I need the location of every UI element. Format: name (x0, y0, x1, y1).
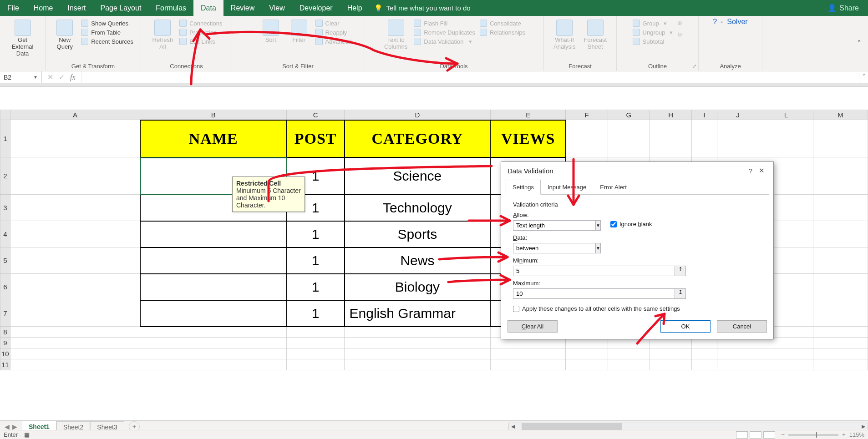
cell[interactable] (813, 157, 868, 195)
collapse-ribbon-icon[interactable]: ˄ (850, 39, 868, 49)
column-header[interactable]: D (345, 110, 491, 120)
cell[interactable] (813, 221, 868, 247)
cell[interactable] (345, 327, 491, 338)
cell[interactable] (717, 348, 759, 359)
tab-help[interactable]: Help (340, 0, 370, 16)
ungroup-button[interactable]: Ungroup▾ (633, 29, 673, 36)
horizontal-scrollbar[interactable]: ◀ ▶ (508, 423, 868, 431)
tab-insert[interactable]: Insert (60, 0, 93, 16)
cell[interactable] (345, 338, 491, 348)
recent-sources-button[interactable]: Recent Sources (81, 38, 133, 45)
cell[interactable]: VIEWS (490, 120, 566, 157)
remove-duplicates-button[interactable]: Remove Duplicates (414, 29, 475, 36)
cell[interactable] (140, 338, 287, 348)
select-all-corner[interactable] (0, 110, 10, 120)
macro-record-icon[interactable]: ▦ (24, 431, 30, 438)
sort-za-icon[interactable] (244, 35, 254, 45)
cell[interactable] (345, 359, 491, 370)
chevron-down-icon[interactable]: ▼ (596, 220, 601, 231)
cell[interactable] (140, 274, 287, 300)
cell[interactable] (813, 327, 868, 338)
cell[interactable] (10, 195, 140, 221)
tab-formulas[interactable]: Formulas (148, 0, 193, 16)
cell[interactable] (608, 359, 650, 370)
cell[interactable] (566, 348, 608, 359)
view-normal-icon[interactable] (736, 431, 748, 439)
sort-button[interactable]: Sort (259, 18, 283, 45)
cell[interactable]: 1 (287, 274, 345, 300)
zoom-slider[interactable] (788, 434, 838, 436)
ok-button[interactable]: OK (660, 320, 711, 333)
cell[interactable] (10, 221, 140, 247)
cell[interactable] (287, 348, 345, 359)
cell[interactable]: NAME (140, 120, 287, 157)
cell[interactable] (10, 120, 140, 157)
cell[interactable]: Science (345, 157, 491, 195)
forecast-sheet-button[interactable]: Forecast Sheet (582, 18, 609, 52)
cell[interactable] (566, 120, 608, 157)
cell[interactable] (140, 327, 287, 338)
cell[interactable] (813, 195, 868, 221)
tell-me[interactable]: 💡 Tell me what you want to do (374, 4, 471, 12)
tab-home[interactable]: Home (26, 0, 61, 16)
cell[interactable] (650, 120, 692, 157)
cell[interactable] (692, 120, 717, 157)
column-header[interactable]: M (813, 110, 868, 120)
name-box[interactable]: B2 ▼ (0, 71, 42, 83)
row-header[interactable]: 7 (0, 300, 10, 327)
cell[interactable] (813, 247, 868, 274)
cell[interactable] (717, 120, 759, 157)
row-header[interactable]: 5 (0, 247, 10, 274)
chevron-down-icon[interactable]: ▼ (596, 243, 601, 253)
cell[interactable] (10, 247, 140, 274)
range-select-icon[interactable]: ↥ (675, 266, 686, 276)
cell[interactable] (759, 120, 813, 157)
solver-button[interactable]: ?→Solver (713, 18, 747, 26)
tab-page-layout[interactable]: Page Layout (93, 0, 148, 16)
cell[interactable] (759, 348, 813, 359)
new-query-button[interactable]: New Query (53, 18, 76, 52)
cell[interactable]: Biology (345, 274, 491, 300)
cell[interactable]: Sports (345, 221, 491, 247)
data-value[interactable] (513, 243, 596, 253)
fx-icon[interactable]: fx (70, 73, 76, 81)
tab-review[interactable]: Review (223, 0, 262, 16)
column-header[interactable]: L (759, 110, 813, 120)
tab-view[interactable]: View (262, 0, 292, 16)
scroll-right-icon[interactable]: ▶ (859, 424, 868, 429)
share-button[interactable]: 👤 Share (827, 4, 859, 12)
clear-all-button[interactable]: Clear AllClear All (508, 320, 558, 333)
cell[interactable]: English Grammar (345, 300, 491, 327)
row-header[interactable]: 4 (0, 221, 10, 247)
expand-formula-bar-icon[interactable]: ˅ (859, 71, 868, 83)
cell[interactable] (10, 157, 140, 195)
cell[interactable] (717, 359, 759, 370)
row-header[interactable]: 6 (0, 274, 10, 300)
row-header[interactable]: 9 (0, 338, 10, 348)
get-external-data-button[interactable]: Get External Data (5, 18, 41, 59)
cell[interactable] (140, 348, 287, 359)
cell[interactable] (692, 348, 717, 359)
what-if-analysis-button[interactable]: What-If Analysis (552, 18, 577, 52)
advanced-filter-button[interactable]: Advanced (315, 38, 352, 45)
column-header[interactable]: C (287, 110, 345, 120)
cell[interactable]: 1 (287, 221, 345, 247)
column-header[interactable]: J (717, 110, 759, 120)
reapply-button[interactable]: Reapply (315, 29, 352, 36)
subtotal-button[interactable]: Subtotal (633, 38, 673, 45)
cell[interactable]: CATEGORY (345, 120, 491, 157)
view-page-layout-icon[interactable] (750, 431, 761, 439)
zoom-in-icon[interactable]: + (842, 431, 846, 438)
row-header[interactable]: 10 (0, 348, 10, 359)
edit-links-button[interactable]: Edit Links (179, 38, 222, 45)
cell[interactable] (566, 359, 608, 370)
cell[interactable] (650, 359, 692, 370)
cell[interactable] (759, 359, 813, 370)
cell[interactable] (813, 338, 868, 348)
cell[interactable] (813, 359, 868, 370)
cancel-button[interactable]: Cancel (717, 320, 767, 333)
cell[interactable] (10, 359, 140, 370)
outline-dialog-launcher-icon[interactable]: ⤢ (692, 63, 696, 69)
column-header[interactable]: E (490, 110, 566, 120)
expand-icon[interactable]: ⊕ (677, 20, 682, 26)
